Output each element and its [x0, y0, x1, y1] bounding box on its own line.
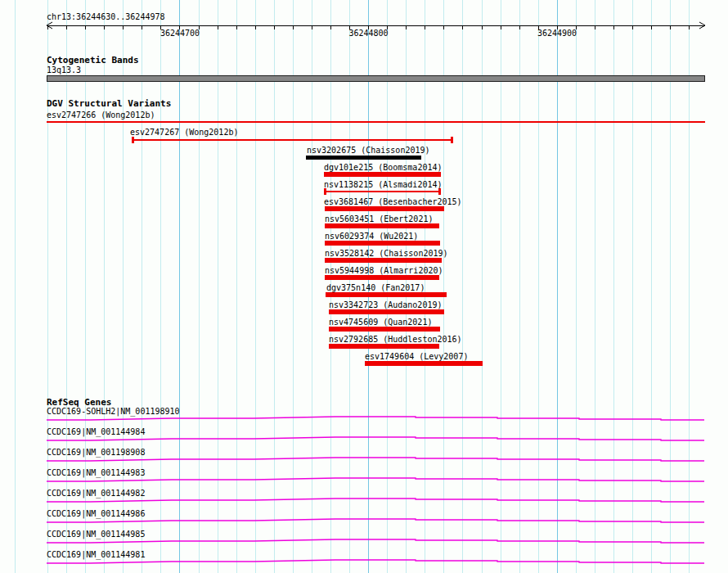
variant-bar[interactable]	[365, 361, 483, 366]
cytogenetic-band-label: 13q13.3	[47, 65, 81, 74]
gene-label[interactable]: CCDC169|NM_001144983	[47, 468, 145, 477]
gene-label[interactable]: CCDC169|NM_001144985	[47, 530, 145, 539]
variant-label[interactable]: nsv1138215 (Alsmadi2014)	[324, 180, 443, 189]
variant-label[interactable]: nsv5944998 (Almarri2020)	[325, 266, 443, 275]
gene-label[interactable]: CCDC169|NM_001144982	[47, 489, 145, 498]
variant-bar-right-cap[interactable]	[438, 188, 441, 195]
gene-label[interactable]: CCDC169-SOHLH2|NM_001198910	[47, 407, 180, 416]
ruler-tick-label: 36244700	[160, 29, 200, 38]
gene-label[interactable]: CCDC169|NM_001144986	[47, 509, 145, 518]
variant-label[interactable]: esv3681467 (Besenbacher2015)	[324, 197, 462, 206]
gene-line[interactable]	[47, 478, 704, 481]
variant-label[interactable]: dgv101e215 (Boomsma2014)	[324, 163, 443, 172]
gene-line[interactable]	[47, 458, 704, 461]
ruler-tick-label: 36244800	[348, 29, 388, 38]
variant-label[interactable]: esv2747267 (Wong2012b)	[130, 128, 238, 137]
variant-label[interactable]: nsv2792685 (Huddleston2016)	[329, 335, 462, 344]
variant-label[interactable]: esv1749604 (Levy2007)	[365, 352, 468, 361]
section-header-dgv: DGV Structural Variants	[47, 99, 171, 108]
variant-bar[interactable]	[325, 223, 439, 228]
variant-label[interactable]: nsv4745609 (Quan2021)	[329, 318, 432, 327]
variant-label[interactable]: esv2747266 (Wong2012b)	[47, 111, 155, 120]
section-header-refseq: RefSeq Genes	[47, 398, 111, 407]
variant-bar[interactable]	[326, 292, 447, 297]
gene-label[interactable]: CCDC169|NM_001144984	[47, 427, 145, 436]
variant-bar[interactable]	[325, 191, 440, 192]
variant-bar[interactable]	[47, 121, 705, 123]
region-title: chr13:36244630..36244978	[47, 12, 165, 21]
variant-label[interactable]: nsv3528142 (Chaisson2019)	[325, 249, 448, 258]
section-header-cytogenetic: Cytogenetic Bands	[47, 56, 139, 65]
cytogenetic-band-bar	[47, 75, 704, 81]
variant-label[interactable]: nsv3202675 (Chaisson2019)	[307, 146, 430, 155]
gene-line[interactable]	[47, 417, 704, 420]
genome-browser-view: 362447003624480036244900 chr13:36244630.…	[0, 0, 728, 573]
variant-bar[interactable]	[325, 275, 439, 280]
variant-label[interactable]: dgv375n140 (Fan2017)	[326, 283, 425, 292]
variant-bar[interactable]	[329, 309, 444, 314]
gene-line[interactable]	[47, 499, 704, 502]
gene-line[interactable]	[47, 539, 704, 543]
variant-bar[interactable]	[306, 156, 421, 160]
gene-line[interactable]	[47, 560, 704, 563]
variant-label[interactable]: nsv6029374 (Wu2021)	[325, 232, 418, 241]
gene-label[interactable]: CCDC169|NM_001198908	[47, 448, 145, 457]
gene-line[interactable]	[47, 437, 704, 440]
variant-bar-right-cap[interactable]	[451, 137, 453, 143]
variant-bar-left-cap[interactable]	[132, 137, 134, 143]
variant-bar[interactable]	[325, 258, 442, 263]
gene-label[interactable]: CCDC169|NM_001144981	[47, 550, 145, 559]
gene-line[interactable]	[47, 519, 704, 522]
variant-label[interactable]: nsv3342723 (Audano2019)	[329, 300, 442, 309]
variant-bar[interactable]	[329, 327, 440, 332]
variant-bar[interactable]	[329, 344, 439, 349]
variant-bar-left-cap[interactable]	[324, 188, 326, 195]
ruler-tick-label: 36244900	[537, 29, 577, 38]
variant-bar[interactable]	[325, 206, 444, 211]
variant-bar[interactable]	[133, 139, 452, 141]
variant-bar[interactable]	[324, 172, 441, 177]
variant-label[interactable]: nsv5603451 (Ebert2021)	[325, 214, 433, 223]
variant-bar[interactable]	[325, 241, 440, 246]
